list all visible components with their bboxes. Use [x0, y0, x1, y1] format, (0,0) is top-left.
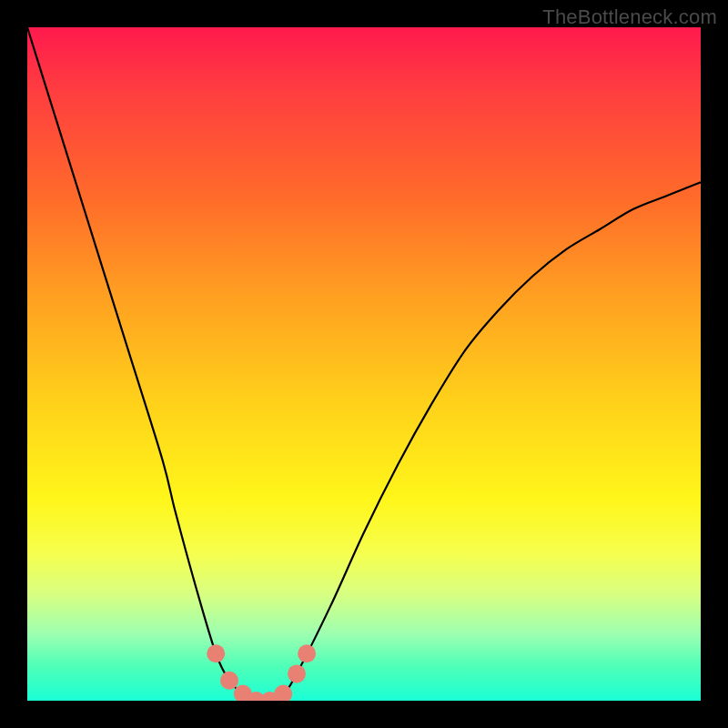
curve-markers	[207, 644, 316, 701]
curve-marker	[207, 644, 225, 662]
curve-marker	[298, 644, 316, 662]
bottleneck-curve	[27, 27, 701, 701]
plot-area	[27, 27, 701, 701]
attribution-text: TheBottleneck.com	[542, 5, 717, 29]
chart-stage: TheBottleneck.com	[0, 0, 728, 728]
curve-marker	[220, 672, 238, 690]
curve-marker	[288, 664, 306, 682]
chart-svg	[27, 27, 701, 701]
